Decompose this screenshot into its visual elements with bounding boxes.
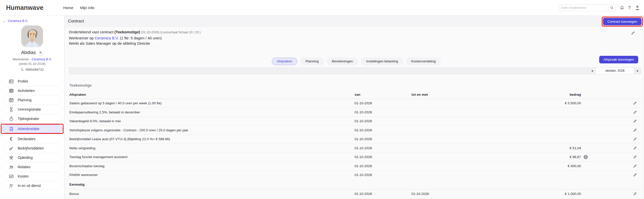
tabs: AfsprakenPlanningBerekeningenInstellinge… [270,58,442,65]
afspraken-table: Toekomstige Afspraken van tot en met bed… [69,83,641,198]
nav-mijn-info[interactable]: Mijn info [80,6,94,10]
afspraak-row: Salaris gebaseerd op 5 dagen / 40.0 uren… [69,99,641,108]
afspraak-label: Salaris gebaseerd op 5 dagen / 40.0 uren… [69,101,355,105]
afspraak-row: Toeslag functie management assistent01-1… [69,153,641,162]
main-content: Contract Contract toevoegen Ondertekend … [65,16,644,199]
tab-instellingen-belasting[interactable]: Instellingen belasting [361,58,403,65]
rows-eenmalig: Bonus01-10-202601-10-2026€ 1.000,00 [69,189,641,198]
profile-card-icon [8,79,14,84]
company-link[interactable]: Ceramica B.V. [32,58,52,61]
afspraak-label: Eindejaarsuitkering 2.5%, betaald in dec… [69,110,355,114]
sidebar-item-arbeidsrelatie[interactable]: Arbeidsrelatie [2,125,62,133]
afspraak-row: PAWW werknemer01-10-2026 [69,171,641,180]
employee-relation: Werknemer - Ceramica B.V. [0,58,64,61]
month-label[interactable]: oktober, 2026 [595,68,634,74]
edit-pencil-icon[interactable] [633,164,637,168]
sidebar-item-label: Planning [18,98,32,102]
sidebar-item-label: Activiteiten [18,89,35,93]
sidebar-menu: ProfielActiviteitenPlanningUrenregistrat… [0,77,64,190]
contract-type: Ondertekend vast contract [69,30,113,34]
col-van: van [355,93,411,96]
nav-home[interactable]: Home [63,6,73,10]
employee-phone: 0665498732 [0,68,64,71]
back-arrow-icon: ← [3,19,6,23]
sidebar: ← Ceramica B.V. [0,16,65,199]
sidebar-item-tijdregistratie[interactable]: Tijdregistratie [2,114,62,123]
sidebar-item-in-en-uit-dienst[interactable]: In en uit dienst [2,181,62,190]
afspraak-row: Vakantiegeld 8.0%, betaald in mei01-10-2… [69,117,641,126]
sidebar-item-bedrijfsmiddelen[interactable]: Bedrijfsmiddelen [2,144,62,153]
edit-pencil-icon[interactable] [633,119,637,123]
tab-planning[interactable]: Planning [300,58,324,65]
back-link-company[interactable]: ← Ceramica B.V. [0,16,64,23]
tab-berekeningen[interactable]: Berekeningen [327,58,358,65]
summary-company-link[interactable]: Ceramica B.V. [95,36,119,40]
sidebar-item-declaraties[interactable]: €Declaraties [2,135,62,143]
afspraak-label: Toeslag functie management assistent [69,155,355,159]
sidebar-item-urenregistratie[interactable]: Urenregistratie [2,105,62,114]
sidebar-item-label: In en uit dienst [18,184,41,188]
sidebar-item-label: Declaraties [18,137,35,141]
avatar-icon[interactable] [634,5,640,11]
edit-pencil-icon[interactable] [633,146,637,150]
afspraak-van: 01-10-2026 [355,119,411,123]
afspraak-van: 01-10-2026 [355,192,411,196]
gear-icon[interactable]: ⚙ [38,50,43,55]
subsection-title: Eenmalig [69,180,641,189]
sidebar-item-label: Arbeidsrelatie [18,127,39,131]
sidebar-item-relaties[interactable]: Relaties [2,163,62,171]
afspraak-row: Bonus01-10-202601-10-2026€ 1.000,00 [69,189,641,198]
afspraak-label: PAWW werknemer [69,173,355,177]
edit-contract-pencil-icon[interactable] [631,31,635,35]
hourglass-icon [8,107,14,112]
edit-pencil-icon[interactable] [633,173,637,177]
search-icon[interactable] [608,5,615,11]
afspraak-label: Bovenschaalse toeslag [69,164,355,168]
add-afspraak-button[interactable]: Afspraak toevoegen [599,56,638,63]
tab-kostenverdeling[interactable]: Kostenverdeling [406,58,441,65]
sidebar-item-opleiding[interactable]: Opleiding [2,153,62,162]
afspraak-label: Bonus [69,192,355,196]
profile-photo [21,26,43,47]
euro-icon: € [8,137,14,141]
chart-icon [8,174,14,179]
employee-search [559,5,616,11]
edit-pencil-icon[interactable] [633,101,637,105]
tab-afspraken[interactable]: Afspraken [272,58,297,65]
sidebar-item-label: Opleiding [18,156,33,160]
top-navigation: Home Mijn info [63,6,94,10]
afspraak-van: 01-10-2026 [355,137,411,141]
edit-pencil-icon[interactable] [633,110,637,114]
add-contract-button[interactable]: Contract toevoegen [603,18,641,25]
edit-pencil-icon[interactable] [633,192,637,196]
afspraak-bedrag: € 51,04 [505,146,581,150]
afspraak-van: 01-10-2026 [355,101,411,105]
sidebar-item-profiel[interactable]: Profiel [2,77,62,86]
col-tot-en-met: tot en met [411,93,505,96]
afspraak-row: Eindejaarsuitkering 2.5%, betaald in dec… [69,108,641,117]
activities-grid-icon [8,88,14,93]
bell-icon[interactable] [619,5,625,10]
search-input[interactable] [559,5,608,11]
afspraak-row: Netto vergoeding01-10-2026€ 51,04 [69,144,641,153]
employee-since: (sinds 01-10-2024) [0,62,64,66]
rows-toekomstige: Salaris gebaseerd op 5 dagen / 40.0 uren… [69,99,641,180]
afspraak-van: 01-10-2026 [355,146,411,150]
help-icon[interactable]: ? [628,5,631,10]
contract-document-icon [8,126,14,132]
prev-month-button[interactable]: ◀ [589,68,595,74]
afspraak-bedrag: € 400,00 [505,164,581,168]
phone-icon [20,68,24,71]
sidebar-item-activiteiten[interactable]: Activiteiten [2,86,62,95]
sidebar-item-kosten[interactable]: Kosten [2,172,62,181]
sidebar-item-planning[interactable]: Planning [2,96,62,104]
next-month-button[interactable]: ▶ [634,68,641,74]
info-icon[interactable]: i [584,155,588,159]
top-bar: Humanwave Home Mijn info ? [0,0,644,16]
edit-pencil-icon[interactable] [633,128,637,132]
edit-pencil-icon[interactable] [633,137,637,141]
contract-summary: Ondertekend vast contract (Toekomstige) … [69,29,644,46]
edit-pencil-icon[interactable] [633,155,637,159]
section-title: Toekomstige [69,83,641,87]
afspraak-label: Vakantiegeld 8.0%, betaald in mei [69,119,355,123]
